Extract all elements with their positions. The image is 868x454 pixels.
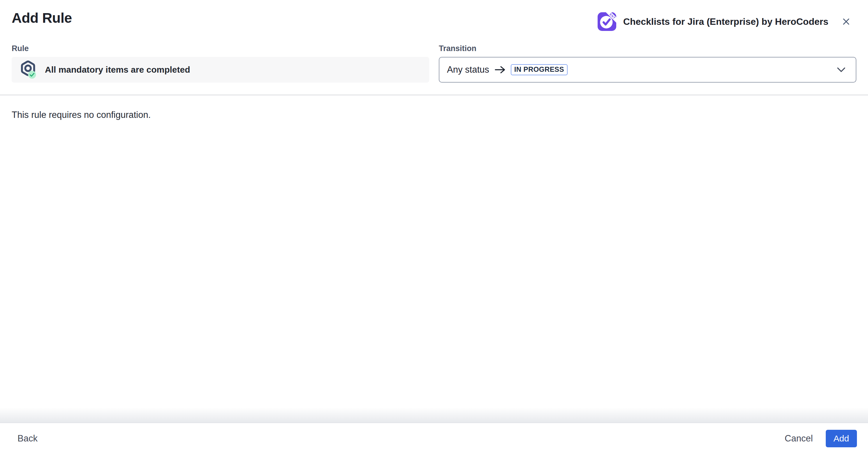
- dialog-footer: Back Cancel Add: [0, 423, 868, 454]
- footer-shadow: [0, 407, 868, 423]
- add-button[interactable]: Add: [826, 430, 857, 447]
- rule-label: Rule: [12, 44, 429, 53]
- arrow-right-icon: [494, 65, 506, 74]
- chevron-down-icon: [837, 67, 846, 73]
- close-button[interactable]: [839, 15, 853, 28]
- app-icon: ENT: [598, 12, 616, 31]
- transition-select[interactable]: Any status IN PROGRESS: [439, 57, 856, 83]
- page-title: Add Rule: [12, 10, 72, 26]
- selected-rule: All mandatory items are completed: [12, 57, 429, 83]
- status-lozenge: IN PROGRESS: [511, 64, 567, 75]
- content-divider: [0, 94, 868, 95]
- no-config-message: This rule requires no configuration.: [12, 109, 151, 121]
- selected-rule-label: All mandatory items are completed: [45, 65, 190, 75]
- mandatory-policy-check-icon: [19, 60, 37, 79]
- footer-actions: Cancel Add: [785, 430, 857, 447]
- app-info: ENT Checklists for Jira (Enterprise) by …: [598, 12, 853, 31]
- close-icon: [841, 16, 852, 27]
- app-name: Checklists for Jira (Enterprise) by Hero…: [623, 16, 828, 27]
- rule-form: Rule All mandatory items are completed T…: [12, 44, 856, 83]
- transition-label: Transition: [439, 44, 856, 53]
- transition-field: Transition Any status IN PROGRESS: [439, 44, 856, 83]
- rule-field: Rule All mandatory items are completed: [12, 44, 429, 83]
- back-button[interactable]: Back: [18, 433, 38, 444]
- cancel-button[interactable]: Cancel: [785, 433, 813, 444]
- transition-from-status: Any status: [447, 64, 489, 75]
